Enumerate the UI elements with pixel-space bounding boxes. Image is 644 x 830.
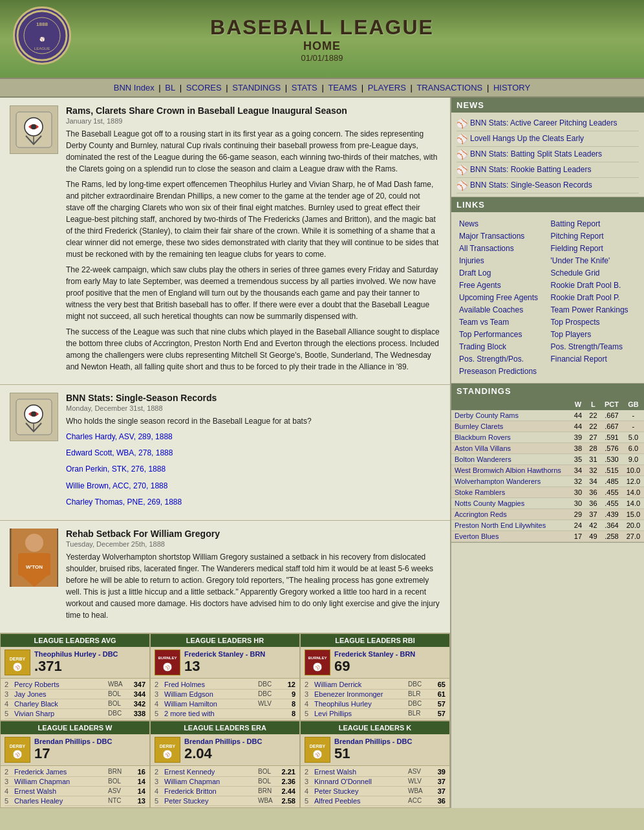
leader-avg-title: LEAGUE LEADERS AVG	[1, 634, 149, 647]
link-top-performances[interactable]: Top Performances	[456, 329, 548, 340]
leader-row: 3William ChapmanBOL14	[5, 777, 145, 787]
news-bullet-icon: ⚾	[456, 180, 467, 191]
league-leaders: LEAGUE LEADERS AVG DERBY ⚾	[0, 633, 450, 808]
stat-4-link[interactable]: Willie Brown, ACC, 270, 1888	[66, 481, 167, 490]
news-bullet-icon: ⚾	[456, 134, 467, 144]
standings-row: Wolverhampton Wanderers 32 34 .485 12.0	[451, 476, 644, 487]
article-1-p3: The 22-week campaign, which saw clubs pl…	[66, 264, 440, 322]
standings-l: 49	[586, 531, 601, 542]
standings-w: 44	[570, 410, 585, 421]
link-all-transactions[interactable]: All Transactions	[456, 243, 548, 254]
nav-players[interactable]: PLAYERS	[368, 83, 406, 93]
link-rookie-draft-p[interactable]: Rookie Draft Pool P.	[548, 292, 639, 303]
article-2-icon	[10, 393, 58, 441]
standings-w: 30	[570, 487, 585, 498]
left-column: Rams, Clarets Share Crown in Baseball Le…	[0, 98, 450, 808]
leader-row: 2Fred HolmesDBC12	[155, 680, 295, 690]
nav-teams[interactable]: TEAMS	[328, 83, 357, 93]
nav-standings[interactable]: STANDINGS	[232, 83, 281, 93]
svg-text:⚾: ⚾	[165, 664, 171, 670]
stat-1-link[interactable]: Charles Hardy, ASV, 289, 1888	[66, 432, 173, 441]
derby-logo-2: DERBY ⚾	[5, 737, 30, 763]
leader-row: 4Frederick BrittonBRN2.44	[155, 787, 295, 796]
link-pos-strength-pos[interactable]: Pos. Strength/Pos.	[456, 353, 548, 365]
link-news[interactable]: News	[456, 218, 548, 230]
link-pitching-report[interactable]: Pitching Report	[548, 230, 639, 242]
link-batting-report[interactable]: Batting Report	[548, 218, 639, 230]
link-trading-block[interactable]: Trading Block	[456, 341, 548, 353]
standings-gb: -	[623, 410, 644, 421]
leader-hr-name: Frederick Stanley - BRN	[184, 650, 295, 658]
standings-row: Aston Villa Villans 38 28 .576 6.0	[451, 443, 644, 454]
leader-row: 4Theophilus HurleyDBC57	[305, 699, 445, 709]
news-link-2[interactable]: Lovell Hangs Up the Cleats Early	[470, 133, 584, 144]
leaders-top-row: LEAGUE LEADERS AVG DERBY ⚾	[0, 633, 450, 721]
svg-point-7	[31, 124, 36, 129]
news-link-3[interactable]: BNN Stats: Batting Split Stats Leaders	[470, 149, 602, 160]
link-top-players[interactable]: Top Players	[548, 329, 639, 340]
nav-stats[interactable]: STATS	[292, 83, 317, 93]
link-team-vs-team[interactable]: Team vs Team	[456, 316, 548, 328]
nav-history[interactable]: HISTORY	[493, 83, 530, 93]
link-top-prospects[interactable]: Top Prospects	[548, 316, 639, 328]
link-team-power-rankings[interactable]: Team Power Rankings	[548, 304, 639, 316]
nav-bl[interactable]: BL	[165, 83, 175, 93]
news-item-2: ⚾ Lovell Hangs Up the Cleats Early	[456, 131, 639, 147]
link-draft-log[interactable]: Draft Log	[456, 267, 548, 279]
leader-hr-stat: 13	[184, 658, 295, 675]
svg-text:W'TON: W'TON	[25, 564, 42, 570]
link-available-coaches[interactable]: Available Coaches	[456, 304, 548, 316]
leader-row: 4Charley BlackBOL342	[5, 699, 145, 709]
leader-row: 4Peter StuckeyWBA37	[305, 787, 445, 796]
right-column: NEWS ⚾ BNN Stats: Active Career Pitching…	[450, 98, 644, 808]
article-3-title: Rehab Setback For William Gregory	[66, 529, 440, 539]
svg-text:⚾: ⚾	[15, 752, 21, 758]
col-pct: PCT	[601, 399, 623, 410]
standings-w: 24	[570, 520, 585, 531]
svg-point-11	[31, 411, 36, 417]
article-2-content: BNN Stats: Single-Season Records Monday,…	[66, 393, 312, 512]
leader-rbi-stat: 69	[334, 658, 445, 675]
standings-team: Everton Blues	[451, 531, 570, 542]
standings-pct: .667	[601, 410, 623, 421]
standings-gb: 15.0	[623, 509, 644, 520]
nav-transactions[interactable]: TRANSACTIONS	[416, 83, 482, 93]
standings-title: STANDINGS	[451, 384, 644, 399]
news-link-5[interactable]: BNN Stats: Single-Season Records	[470, 180, 592, 191]
link-fielding-report[interactable]: Fielding Report	[548, 243, 639, 254]
links-section: LINKS News Batting Report Major Transact…	[451, 197, 644, 384]
header-text: BASEBALL LEAGUE HOME 01/01/1889	[210, 16, 434, 63]
standings-l: 32	[586, 465, 601, 476]
stat-2-link[interactable]: Edward Scott, WBA, 278, 1888	[66, 448, 173, 457]
link-major-transactions[interactable]: Major Transactions	[456, 230, 548, 242]
link-rookie-draft-b[interactable]: Rookie Draft Pool B.	[548, 279, 639, 291]
leader-avg-info: Theophilus Hurley - DBC .371	[34, 650, 145, 675]
link-upcoming-free-agents[interactable]: Upcoming Free Agents	[456, 292, 548, 303]
link-pos-strength-teams[interactable]: Pos. Strength/Teams	[548, 341, 639, 353]
nav-bnn-index[interactable]: BNN Index	[114, 83, 155, 93]
leader-k-name: Brendan Phillips - DBC	[334, 737, 445, 745]
article-2: BNN Stats: Single-Season Records Monday,…	[0, 385, 450, 521]
standings-team: Stoke Ramblers	[451, 487, 570, 498]
header-date: 01/01/1889	[210, 53, 434, 63]
svg-text:⚾: ⚾	[15, 664, 21, 670]
standings-l: 22	[586, 421, 601, 432]
leader-era-top: DERBY ⚾ Brendan Phillips - DBC 2.04	[151, 734, 299, 766]
link-preseason-predictions[interactable]: Preseason Predictions	[456, 366, 548, 377]
link-free-agents[interactable]: Free Agents	[456, 279, 548, 291]
standings-team: Blackburn Rovers	[451, 432, 570, 443]
link-under-the-knife[interactable]: 'Under The Knife'	[548, 255, 639, 267]
leader-rbi-info: Frederick Stanley - BRN 69	[334, 650, 445, 675]
nav-scores[interactable]: SCORES	[186, 83, 222, 93]
news-link-4[interactable]: BNN Stats: Rookie Batting Leaders	[470, 164, 591, 175]
leader-hr: LEAGUE LEADERS HR BURNLEY ⚾	[150, 633, 300, 721]
standings-pct: .455	[601, 487, 623, 498]
leader-rbi-rows: 2William DerrickDBC65 3Ebenezer Ironmong…	[301, 679, 449, 720]
news-link-1[interactable]: BNN Stats: Active Career Pitching Leader…	[470, 118, 617, 129]
standings-table-container: W L PCT GB Derby County Rams 44 22 .667 …	[451, 399, 644, 543]
stat-5-link[interactable]: Charley Thomas, PNE, 269, 1888	[66, 497, 182, 507]
link-schedule-grid[interactable]: Schedule Grid	[548, 267, 639, 279]
link-injuries[interactable]: Injuries	[456, 255, 548, 267]
stat-3-link[interactable]: Oran Perkin, STK, 276, 1888	[66, 464, 166, 474]
link-financial-report[interactable]: Financial Report	[548, 353, 639, 365]
